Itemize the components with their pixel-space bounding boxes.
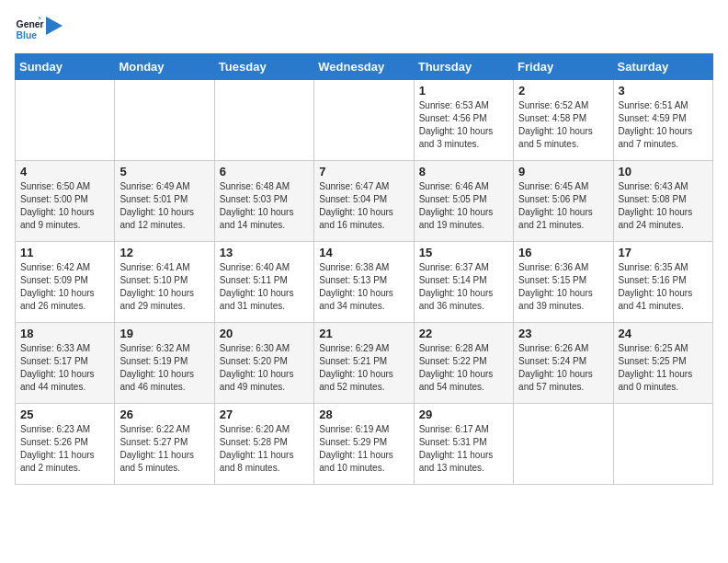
column-header-thursday: Thursday	[414, 54, 513, 80]
column-header-saturday: Saturday	[613, 54, 712, 80]
day-number: 2	[518, 84, 608, 98]
day-info: Sunrise: 6:41 AM Sunset: 5:10 PM Dayligh…	[119, 261, 209, 313]
calendar-cell: 13Sunrise: 6:40 AM Sunset: 5:11 PM Dayli…	[214, 242, 313, 323]
day-info: Sunrise: 6:23 AM Sunset: 5:26 PM Dayligh…	[20, 423, 109, 475]
calendar-cell: 1Sunrise: 6:53 AM Sunset: 4:56 PM Daylig…	[414, 80, 513, 161]
day-info: Sunrise: 6:46 AM Sunset: 5:05 PM Dayligh…	[419, 180, 508, 232]
calendar-cell: 17Sunrise: 6:35 AM Sunset: 5:16 PM Dayli…	[613, 242, 712, 323]
day-number: 27	[220, 408, 309, 421]
calendar-header-row: SundayMondayTuesdayWednesdayThursdayFrid…	[16, 54, 713, 80]
day-number: 18	[20, 327, 109, 340]
day-info: Sunrise: 6:49 AM Sunset: 5:01 PM Dayligh…	[119, 180, 209, 232]
svg-text:Blue: Blue	[17, 30, 38, 40]
calendar-cell	[214, 80, 313, 161]
day-number: 1	[419, 84, 508, 98]
calendar-cell: 21Sunrise: 6:29 AM Sunset: 5:21 PM Dayli…	[314, 323, 414, 404]
calendar-cell: 4Sunrise: 6:50 AM Sunset: 5:00 PM Daylig…	[16, 161, 115, 242]
calendar-cell	[16, 80, 115, 161]
calendar-cell: 19Sunrise: 6:32 AM Sunset: 5:19 PM Dayli…	[115, 323, 214, 404]
day-info: Sunrise: 6:25 AM Sunset: 5:25 PM Dayligh…	[619, 342, 708, 394]
column-header-monday: Monday	[115, 54, 214, 80]
day-number: 29	[419, 408, 508, 421]
calendar-cell: 18Sunrise: 6:33 AM Sunset: 5:17 PM Dayli…	[16, 323, 115, 404]
calendar-week-row: 4Sunrise: 6:50 AM Sunset: 5:00 PM Daylig…	[16, 161, 713, 242]
calendar-cell: 23Sunrise: 6:26 AM Sunset: 5:24 PM Dayli…	[514, 323, 613, 404]
day-info: Sunrise: 6:38 AM Sunset: 5:13 PM Dayligh…	[319, 261, 408, 313]
calendar-cell	[314, 80, 414, 161]
calendar-cell: 24Sunrise: 6:25 AM Sunset: 5:25 PM Dayli…	[613, 323, 712, 404]
logo: General Blue	[15, 15, 64, 44]
calendar-week-row: 25Sunrise: 6:23 AM Sunset: 5:26 PM Dayli…	[16, 404, 713, 485]
calendar-cell: 27Sunrise: 6:20 AM Sunset: 5:28 PM Dayli…	[214, 404, 313, 485]
day-info: Sunrise: 6:50 AM Sunset: 5:00 PM Dayligh…	[20, 180, 109, 232]
calendar-cell: 22Sunrise: 6:28 AM Sunset: 5:22 PM Dayli…	[414, 323, 513, 404]
calendar-week-row: 18Sunrise: 6:33 AM Sunset: 5:17 PM Dayli…	[16, 323, 713, 404]
day-info: Sunrise: 6:53 AM Sunset: 4:56 PM Dayligh…	[419, 99, 508, 151]
day-number: 15	[419, 246, 508, 259]
day-number: 20	[220, 327, 309, 340]
calendar-cell: 5Sunrise: 6:49 AM Sunset: 5:01 PM Daylig…	[115, 161, 214, 242]
day-number: 26	[119, 408, 209, 421]
column-header-friday: Friday	[514, 54, 613, 80]
calendar-table: SundayMondayTuesdayWednesdayThursdayFrid…	[15, 53, 713, 485]
calendar-cell: 10Sunrise: 6:43 AM Sunset: 5:08 PM Dayli…	[613, 161, 712, 242]
calendar-cell: 25Sunrise: 6:23 AM Sunset: 5:26 PM Dayli…	[16, 404, 115, 485]
calendar-week-row: 1Sunrise: 6:53 AM Sunset: 4:56 PM Daylig…	[16, 80, 713, 161]
calendar-cell: 2Sunrise: 6:52 AM Sunset: 4:58 PM Daylig…	[514, 80, 613, 161]
day-number: 17	[619, 246, 708, 259]
day-info: Sunrise: 6:40 AM Sunset: 5:11 PM Dayligh…	[220, 261, 309, 313]
day-info: Sunrise: 6:43 AM Sunset: 5:08 PM Dayligh…	[619, 180, 708, 232]
day-number: 7	[319, 165, 408, 178]
calendar-cell	[514, 404, 613, 485]
day-info: Sunrise: 6:36 AM Sunset: 5:15 PM Dayligh…	[518, 261, 608, 313]
day-number: 25	[20, 408, 109, 421]
calendar-cell: 14Sunrise: 6:38 AM Sunset: 5:13 PM Dayli…	[314, 242, 414, 323]
day-info: Sunrise: 6:32 AM Sunset: 5:19 PM Dayligh…	[119, 342, 209, 394]
calendar-cell: 20Sunrise: 6:30 AM Sunset: 5:20 PM Dayli…	[214, 323, 313, 404]
day-info: Sunrise: 6:20 AM Sunset: 5:28 PM Dayligh…	[220, 423, 309, 475]
day-info: Sunrise: 6:19 AM Sunset: 5:29 PM Dayligh…	[319, 423, 408, 475]
day-info: Sunrise: 6:42 AM Sunset: 5:09 PM Dayligh…	[20, 261, 109, 313]
day-info: Sunrise: 6:51 AM Sunset: 4:59 PM Dayligh…	[619, 99, 708, 151]
day-number: 16	[518, 246, 608, 259]
day-number: 24	[619, 327, 708, 340]
day-info: Sunrise: 6:28 AM Sunset: 5:22 PM Dayligh…	[419, 342, 508, 394]
column-header-wednesday: Wednesday	[314, 54, 414, 80]
day-info: Sunrise: 6:37 AM Sunset: 5:14 PM Dayligh…	[419, 261, 508, 313]
day-number: 9	[518, 165, 608, 178]
day-info: Sunrise: 6:52 AM Sunset: 4:58 PM Dayligh…	[518, 99, 608, 151]
calendar-cell: 12Sunrise: 6:41 AM Sunset: 5:10 PM Dayli…	[115, 242, 214, 323]
calendar-cell: 3Sunrise: 6:51 AM Sunset: 4:59 PM Daylig…	[613, 80, 712, 161]
logo-icon: General Blue	[15, 15, 44, 44]
day-number: 10	[619, 165, 708, 178]
calendar-week-row: 11Sunrise: 6:42 AM Sunset: 5:09 PM Dayli…	[16, 242, 713, 323]
column-header-sunday: Sunday	[16, 54, 115, 80]
day-number: 22	[419, 327, 508, 340]
calendar-cell: 26Sunrise: 6:22 AM Sunset: 5:27 PM Dayli…	[115, 404, 214, 485]
svg-marker-2	[39, 17, 41, 19]
header: General Blue	[15, 15, 713, 44]
arrow-icon	[46, 17, 64, 35]
day-number: 8	[419, 165, 508, 178]
column-header-tuesday: Tuesday	[214, 54, 313, 80]
calendar-cell: 29Sunrise: 6:17 AM Sunset: 5:31 PM Dayli…	[414, 404, 513, 485]
day-info: Sunrise: 6:48 AM Sunset: 5:03 PM Dayligh…	[220, 180, 309, 232]
calendar-cell: 6Sunrise: 6:48 AM Sunset: 5:03 PM Daylig…	[214, 161, 313, 242]
calendar-cell: 8Sunrise: 6:46 AM Sunset: 5:05 PM Daylig…	[414, 161, 513, 242]
calendar-cell: 7Sunrise: 6:47 AM Sunset: 5:04 PM Daylig…	[314, 161, 414, 242]
day-number: 4	[20, 165, 109, 178]
day-info: Sunrise: 6:30 AM Sunset: 5:20 PM Dayligh…	[220, 342, 309, 394]
day-number: 5	[119, 165, 209, 178]
day-number: 3	[619, 84, 708, 98]
day-number: 13	[220, 246, 309, 259]
day-info: Sunrise: 6:35 AM Sunset: 5:16 PM Dayligh…	[619, 261, 708, 313]
calendar-cell: 11Sunrise: 6:42 AM Sunset: 5:09 PM Dayli…	[16, 242, 115, 323]
calendar-cell	[115, 80, 214, 161]
day-info: Sunrise: 6:22 AM Sunset: 5:27 PM Dayligh…	[119, 423, 209, 475]
calendar-cell	[613, 404, 712, 485]
day-number: 6	[220, 165, 309, 178]
calendar-cell: 9Sunrise: 6:45 AM Sunset: 5:06 PM Daylig…	[514, 161, 613, 242]
day-info: Sunrise: 6:26 AM Sunset: 5:24 PM Dayligh…	[518, 342, 608, 394]
svg-marker-3	[46, 17, 63, 35]
day-number: 28	[319, 408, 408, 421]
